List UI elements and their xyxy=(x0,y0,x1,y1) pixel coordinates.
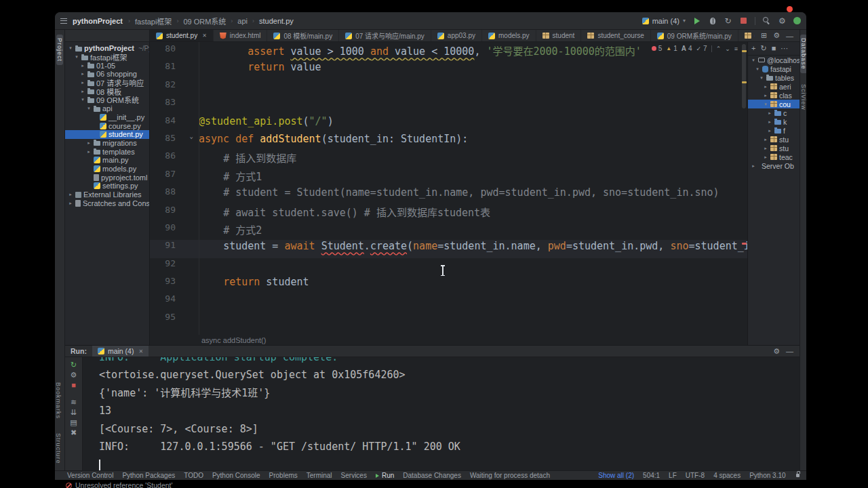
stop-icon[interactable]: ■ xyxy=(71,381,76,389)
tree-item[interactable]: ▾api xyxy=(65,104,149,113)
breadcrumb-project[interactable]: pythonProject xyxy=(73,17,123,25)
inspections-widget[interactable]: 5▲1A4✓7⌃⌄≡ xyxy=(652,45,738,52)
rerun-icon[interactable]: ↻ xyxy=(71,361,77,369)
tool-stripe-project[interactable]: Project xyxy=(56,35,63,65)
tree-item[interactable]: course.py xyxy=(65,121,149,130)
tree-item[interactable]: __init__.py xyxy=(65,113,149,122)
breadcrumb-item[interactable]: fastapi框架 xyxy=(135,16,172,26)
stop-icon[interactable]: ■ xyxy=(772,45,776,52)
statusbar-services[interactable]: Services xyxy=(341,472,367,479)
soft-wrap-icon[interactable]: ≋ xyxy=(71,398,77,406)
tree-item[interactable]: ▾@localhost xyxy=(748,56,800,64)
status-interpreter[interactable]: Python 3.10 xyxy=(749,472,785,479)
editor-tab[interactable]: 07 请求与响应/main.py xyxy=(339,30,431,41)
status-show-all[interactable]: Show all (2) xyxy=(598,472,634,479)
editor-tab[interactable]: student.py✕ xyxy=(150,30,214,41)
close-icon[interactable]: ✕ xyxy=(138,348,143,354)
editor-tab[interactable]: models.py xyxy=(482,30,536,41)
tree-item[interactable]: student.py xyxy=(65,130,149,139)
tree-item[interactable]: ▸stu xyxy=(748,144,800,152)
close-icon[interactable]: ✕ xyxy=(202,33,207,39)
tree-item[interactable]: ▸aeri xyxy=(748,82,800,91)
run-config-selector[interactable]: main (4) ▾ xyxy=(642,17,686,25)
tree-item[interactable]: ▾cou xyxy=(748,100,800,108)
search-icon[interactable] xyxy=(762,16,771,25)
rerun-button[interactable]: ↻ xyxy=(724,16,732,25)
split-icon[interactable]: ⊞ xyxy=(761,31,767,40)
tree-item[interactable]: ▾fastapi框架 xyxy=(65,53,149,62)
avatar[interactable] xyxy=(793,17,801,24)
settings-icon[interactable]: ⚙ xyxy=(773,347,780,356)
editor-tab[interactable]: student_course xyxy=(581,30,650,41)
code-line-92[interactable]: 92 xyxy=(150,258,747,276)
warning-stripe-mark[interactable] xyxy=(742,81,747,83)
editor-tab[interactable]: course xyxy=(738,30,755,41)
code-line-88[interactable]: 88 # student = Student(name=student_in.n… xyxy=(150,186,747,204)
lock-icon[interactable] xyxy=(796,474,800,477)
statusbar-run[interactable]: Run xyxy=(376,472,394,479)
code-line-84[interactable]: 84@student_api.post("/") xyxy=(150,115,747,133)
tree-item[interactable]: ▾09 ORM系统 xyxy=(65,96,149,104)
statusbar-terminal[interactable]: Terminal xyxy=(307,472,332,479)
tree-item[interactable]: main.py xyxy=(65,156,149,165)
settings-icon[interactable]: ⚙ xyxy=(71,371,77,379)
code-area[interactable]: 80 assert value > 1000 and value < 10000… xyxy=(150,42,747,335)
tree-item[interactable]: ▸clas xyxy=(748,91,800,100)
breadcrumb-item[interactable]: api xyxy=(237,17,248,25)
hide-icon[interactable]: — xyxy=(786,347,793,355)
tree-item[interactable]: ▸templates xyxy=(65,147,149,156)
code-line-82[interactable]: 82 xyxy=(150,79,747,97)
breadcrumb-item[interactable]: 09 ORM系统 xyxy=(183,16,226,26)
status-indent[interactable]: 4 spaces xyxy=(713,472,741,479)
tool-stripe-bookmarks[interactable]: Bookmarks xyxy=(55,379,62,422)
code-line-94[interactable]: 94 xyxy=(150,293,747,311)
more-icon[interactable]: ⋯ xyxy=(781,45,788,52)
tool-stripe-database[interactable]: Database xyxy=(800,35,807,73)
run-button[interactable] xyxy=(692,16,701,25)
code-line-81[interactable]: 81 return value xyxy=(150,61,747,79)
code-line-95[interactable]: 95 xyxy=(150,312,747,329)
settings-icon[interactable]: ⚙ xyxy=(773,31,780,40)
editor-tab[interactable]: 08 模板/main.py xyxy=(267,30,339,41)
code-line-93[interactable]: 93 return student xyxy=(150,276,747,293)
tree-item[interactable]: ▸Server Ob xyxy=(748,161,800,170)
tree-item[interactable]: ▸k xyxy=(748,117,800,126)
error-stripe-mark[interactable] xyxy=(742,243,747,245)
statusbar-python-packages[interactable]: Python Packages xyxy=(122,472,175,479)
tool-stripe-structure[interactable]: Structure xyxy=(55,430,62,468)
tree-item[interactable]: settings.py xyxy=(65,182,149,190)
tree-item[interactable]: ▾fastapi xyxy=(748,64,800,73)
tree-item[interactable]: ▸f xyxy=(748,126,800,135)
chevron-up-icon[interactable]: ⌃ xyxy=(716,45,722,52)
hide-icon[interactable]: — xyxy=(786,32,793,40)
add-icon[interactable]: + xyxy=(751,45,755,52)
code-line-86[interactable]: 86 # 插入到数据库 xyxy=(150,150,747,168)
run-tab[interactable]: main (4) ✕ xyxy=(92,346,149,357)
status-caret-position[interactable]: 504:1 xyxy=(643,472,660,479)
editor-tab[interactable]: student xyxy=(536,30,582,41)
tree-item[interactable]: ▸Scratches and Consoles xyxy=(65,199,149,207)
tree-item[interactable]: ▸stu xyxy=(748,135,800,144)
refresh-icon[interactable]: ↻ xyxy=(760,45,766,52)
code-line-91[interactable]: 91 student = await Student.create(name=s… xyxy=(150,240,747,258)
scroll-to-end-icon[interactable]: ⇊ xyxy=(71,408,77,416)
code-line-89[interactable]: 89 # await student.save() # 插入到数据库studen… xyxy=(150,205,747,222)
tree-item[interactable]: ▸teac xyxy=(748,152,800,161)
tree-item[interactable]: pyproject.toml xyxy=(65,173,149,182)
warning-stripe-mark[interactable] xyxy=(742,50,747,52)
code-line-85[interactable]: 85⌄async def addStudent(student_in: Stud… xyxy=(150,133,747,150)
tree-item[interactable]: ▸migrations xyxy=(65,139,149,148)
settings-icon[interactable]: ⚙ xyxy=(778,16,787,25)
statusbar-problems[interactable]: Problems xyxy=(269,472,298,479)
tree-item[interactable]: ▸c xyxy=(748,108,800,117)
tree-item[interactable]: models.py xyxy=(65,165,149,174)
menu-icon[interactable]: ≡ xyxy=(734,45,738,52)
stop-button[interactable] xyxy=(739,16,748,25)
chevron-down-icon[interactable]: ⌄ xyxy=(725,45,730,52)
tree-item[interactable]: ▸External Libraries xyxy=(65,190,149,199)
clear-icon[interactable]: ✖ xyxy=(71,428,77,436)
statusbar-database-changes[interactable]: Database Changes xyxy=(403,472,461,479)
debug-button[interactable] xyxy=(708,16,717,25)
print-icon[interactable]: ▤ xyxy=(70,418,77,426)
main-menu-icon[interactable] xyxy=(60,18,67,24)
